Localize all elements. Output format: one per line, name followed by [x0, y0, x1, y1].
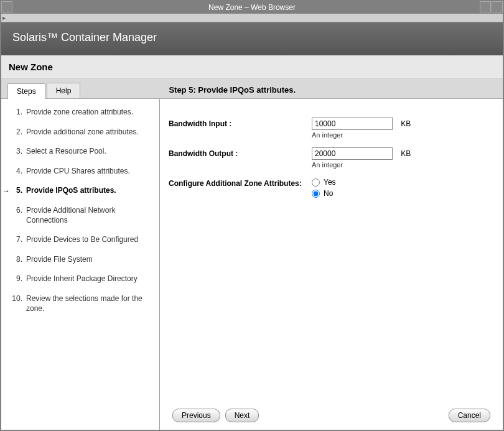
step-label: Provide Additional Network Connections: [26, 206, 153, 225]
step-heading: Step 5: Provide IPQoS attributes.: [82, 85, 497, 98]
step-number: 5.→: [10, 186, 26, 195]
configure-additional-yes-option[interactable]: Yes: [312, 178, 489, 187]
minimize-icon[interactable]: [480, 1, 491, 12]
bandwidth-input-unit: KB: [401, 119, 411, 128]
window-menu-icon[interactable]: [1, 1, 12, 12]
wizard-step[interactable]: 8.Provide File System: [10, 255, 153, 265]
step-number: 6.: [10, 206, 26, 215]
window-title: New Zone – Web Browser: [208, 3, 296, 12]
step-label: Provide IPQoS attributes.: [26, 186, 153, 196]
step-number: 7.: [10, 235, 26, 244]
bandwidth-input-label: Bandwidth Input :: [169, 118, 312, 128]
wizard-step[interactable]: 6.Provide Additional Network Connections: [10, 206, 153, 225]
step-label: Provide CPU Shares attributes.: [26, 167, 153, 177]
configure-additional-no-label: No: [324, 189, 333, 198]
step-number: 1.: [10, 108, 26, 116]
step-label: Provide additional zone attributes.: [26, 127, 153, 137]
tab-row: Steps Help Step 5: Provide IPQoS attribu…: [1, 79, 503, 99]
tab-steps[interactable]: Steps: [7, 83, 45, 99]
scroll-left-icon[interactable]: ▸: [2, 14, 10, 22]
next-button[interactable]: Next: [225, 409, 259, 422]
step-number: 2.: [10, 127, 26, 136]
bandwidth-input-field[interactable]: [312, 118, 393, 130]
bandwidth-input-hint: An integer: [312, 131, 489, 139]
wizard-step[interactable]: 1.Provide zone creation attributes.: [10, 108, 153, 118]
wizard-step[interactable]: 9.Provide Inherit Package Directory: [10, 274, 153, 284]
bandwidth-output-unit: KB: [401, 149, 411, 158]
current-step-arrow-icon: →: [2, 187, 10, 195]
app-window: New Zone – Web Browser ▸ Solaris™ Contai…: [0, 0, 504, 431]
step-label: Provide zone creation attributes.: [26, 108, 153, 118]
cancel-button[interactable]: Cancel: [449, 409, 490, 422]
step-label: Review the selections made for the zone.: [26, 294, 153, 313]
step-label: Provide Devices to Be Configured: [26, 235, 153, 245]
app-header: Solaris™ Container Manager: [1, 22, 503, 55]
step-number: 9.: [10, 274, 26, 283]
configure-additional-no-option[interactable]: No: [312, 189, 489, 198]
wizard-steps-sidebar: 1.Provide zone creation attributes.2.Pro…: [1, 99, 160, 430]
configure-additional-yes-radio[interactable]: [312, 178, 320, 187]
step-label: Provide File System: [26, 255, 153, 265]
app-title: Solaris™ Container Manager: [12, 31, 157, 44]
bandwidth-output-field[interactable]: [312, 147, 393, 160]
wizard-step[interactable]: 2.Provide additional zone attributes.: [10, 127, 153, 137]
maximize-icon[interactable]: [492, 1, 503, 12]
page-title: New Zone: [1, 55, 503, 79]
configure-additional-yes-label: Yes: [324, 178, 336, 187]
step-label: Select a Resource Pool.: [26, 147, 153, 157]
bandwidth-output-label: Bandwidth Output :: [169, 147, 312, 158]
wizard-step[interactable]: 7.Provide Devices to Be Configured: [10, 235, 153, 245]
step-number: 3.: [10, 147, 26, 155]
step-number: 8.: [10, 255, 26, 264]
step-number: 10.: [10, 294, 26, 303]
previous-button[interactable]: Previous: [172, 409, 220, 422]
window-titlebar: New Zone – Web Browser: [1, 1, 503, 14]
configure-additional-no-radio[interactable]: [312, 190, 320, 198]
wizard-step[interactable]: 5.→Provide IPQoS attributes.: [10, 186, 153, 196]
wizard-step[interactable]: 10.Review the selections made for the zo…: [10, 294, 153, 313]
toolbar-stub: ▸: [1, 14, 503, 22]
wizard-step[interactable]: 3.Select a Resource Pool.: [10, 147, 153, 157]
wizard-step[interactable]: 4.Provide CPU Shares attributes.: [10, 167, 153, 177]
step-number: 4.: [10, 167, 26, 175]
form-area: Bandwidth Input : KB An integer Bandwidt…: [160, 99, 503, 401]
bandwidth-output-hint: An integer: [312, 161, 489, 169]
configure-additional-label: Configure Additional Zone Attributes:: [169, 177, 312, 188]
tab-help[interactable]: Help: [47, 83, 81, 98]
step-label: Provide Inherit Package Directory: [26, 274, 153, 284]
wizard-button-bar: Previous Next Cancel: [160, 401, 503, 430]
